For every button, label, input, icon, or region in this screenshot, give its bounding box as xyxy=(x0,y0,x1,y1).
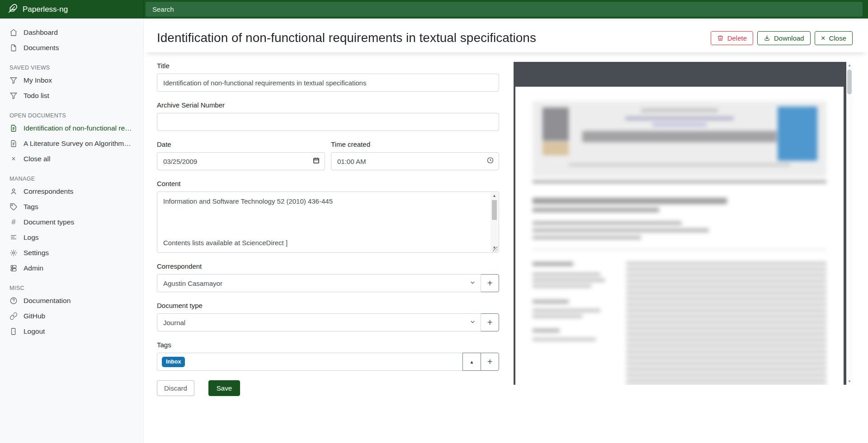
discard-button[interactable]: Discard xyxy=(157,380,194,396)
journal-cover-thumbnail xyxy=(778,107,817,161)
archive-serial-number-input[interactable] xyxy=(157,113,499,131)
sidebar-item-documents[interactable]: Documents xyxy=(0,40,143,56)
correspondent-select[interactable]: Agustin Casamayor xyxy=(157,274,481,292)
scroll-up-icon[interactable]: ▲ xyxy=(846,63,853,67)
gear-icon xyxy=(9,249,18,257)
sidebar-item-my-inbox[interactable]: My Inbox xyxy=(0,73,143,88)
close-button[interactable]: × Close xyxy=(815,31,853,45)
main-content: Identification of non-functional require… xyxy=(144,19,868,443)
close-icon: × xyxy=(821,35,826,42)
feather-logo-icon xyxy=(8,4,18,15)
top-navbar: Paperless-ng xyxy=(0,0,868,19)
time-created-label: Time created xyxy=(331,140,499,148)
trash-icon xyxy=(717,35,724,42)
document-header: Identification of non-functional require… xyxy=(144,19,868,52)
title-input[interactable] xyxy=(157,74,499,92)
document-type-select[interactable]: Journal xyxy=(157,313,481,331)
sidebar-item-github[interactable]: GitHub xyxy=(0,308,143,324)
list-icon xyxy=(9,233,18,242)
title-label: Title xyxy=(157,62,499,70)
section-open-documents: OPEN DOCUMENTS xyxy=(9,112,134,119)
sidebar-item-settings[interactable]: Settings xyxy=(0,245,143,261)
navbar-search-area xyxy=(144,0,868,19)
tags-label: Tags xyxy=(157,341,499,349)
link-icon xyxy=(9,312,18,320)
document-edit-form: Title Archive Serial Number Date xyxy=(157,62,499,396)
sidebar-item-logs[interactable]: Logs xyxy=(0,230,143,245)
download-icon xyxy=(764,35,770,42)
user-icon xyxy=(9,187,18,196)
app-brand[interactable]: Paperless-ng xyxy=(0,0,144,19)
door-icon xyxy=(9,327,18,336)
home-icon xyxy=(9,28,18,37)
date-input[interactable] xyxy=(157,152,325,170)
scrollbar-thumb[interactable] xyxy=(492,200,497,220)
preview-scrollbar[interactable]: ▲ ▼ xyxy=(846,62,853,385)
content-row: Title Archive Serial Number Date xyxy=(144,52,868,396)
add-tag-button[interactable]: + xyxy=(481,353,499,371)
sidebar-item-dashboard[interactable]: Dashboard xyxy=(0,25,143,40)
sidebar-item-documentation[interactable]: Documentation xyxy=(0,293,143,308)
add-document-type-button[interactable]: + xyxy=(481,313,499,331)
asn-label: Archive Serial Number xyxy=(157,101,499,109)
document-preview-pane: ▲ ▼ xyxy=(514,62,853,385)
close-icon: × xyxy=(9,155,18,163)
section-manage: MANAGE xyxy=(9,176,134,182)
abstract-text-block xyxy=(626,262,826,385)
help-circle-icon xyxy=(9,297,18,305)
tag-badge-inbox: Inbox xyxy=(162,357,185,367)
sidebar-item-close-all[interactable]: × Close all xyxy=(0,151,143,167)
download-button[interactable]: Download xyxy=(757,31,811,45)
filter-icon xyxy=(9,76,18,84)
date-label: Date xyxy=(157,140,325,148)
open-document-item-active[interactable]: Identification of non-functional require… xyxy=(0,121,143,136)
search-input[interactable] xyxy=(146,2,863,17)
scroll-up-icon[interactable]: ▲ xyxy=(491,192,498,199)
open-document-item[interactable]: A Literature Survey on Algorithms for Mu… xyxy=(0,136,143,151)
journal-header-banner xyxy=(533,101,826,177)
content-textarea[interactable]: Information and Software Technology 52 (… xyxy=(158,192,491,252)
document-type-label: Document type xyxy=(157,302,499,309)
app-title: Paperless-ng xyxy=(23,5,68,14)
content-label: Content xyxy=(157,180,499,187)
tag-icon xyxy=(9,203,18,211)
file-text-icon xyxy=(9,140,18,148)
section-saved-views: SAVED VIEWS xyxy=(9,65,134,71)
content-field: Information and Software Technology 52 (… xyxy=(157,191,499,253)
sidebar-item-logout[interactable]: Logout xyxy=(0,324,143,339)
pdf-page-blurred-content xyxy=(515,87,844,385)
pdf-viewer-background xyxy=(514,62,846,385)
file-text-icon xyxy=(9,124,18,132)
filter-icon xyxy=(9,92,18,100)
hash-icon: # xyxy=(9,218,18,226)
resize-grip[interactable] xyxy=(493,247,498,252)
correspondent-label: Correspondent xyxy=(157,262,499,270)
scroll-down-icon[interactable]: ▼ xyxy=(846,379,853,383)
header-actions: Delete Download × Close xyxy=(711,31,853,45)
add-correspondent-button[interactable]: + xyxy=(481,274,499,292)
save-button[interactable]: Save xyxy=(208,380,240,396)
sidebar-item-todo-list[interactable]: Todo list xyxy=(0,88,143,103)
section-misc: MISC xyxy=(9,285,134,291)
form-actions: Discard Save xyxy=(157,380,499,396)
delete-button[interactable]: Delete xyxy=(711,31,753,45)
content-scrollbar[interactable]: ▲ ▼ xyxy=(491,192,498,252)
tags-input[interactable]: Inbox xyxy=(157,353,463,371)
toggles-icon xyxy=(9,264,18,272)
time-created-input[interactable] xyxy=(331,152,499,170)
publisher-logo xyxy=(542,107,569,141)
document-icon xyxy=(9,44,18,52)
page-title: Identification of non-functional require… xyxy=(157,31,536,45)
sidebar-item-admin[interactable]: Admin xyxy=(0,261,143,276)
scrollbar-thumb[interactable] xyxy=(847,70,852,94)
sidebar-item-document-types[interactable]: # Document types xyxy=(0,215,143,230)
pdf-page xyxy=(515,87,844,385)
sidebar-item-correspondents[interactable]: Correspondents xyxy=(0,184,143,199)
sidebar-item-tags[interactable]: Tags xyxy=(0,199,143,215)
sidebar: Dashboard Documents SAVED VIEWS My Inbox… xyxy=(0,19,144,443)
tags-dropdown-caret-button[interactable]: ▲ xyxy=(462,353,481,371)
